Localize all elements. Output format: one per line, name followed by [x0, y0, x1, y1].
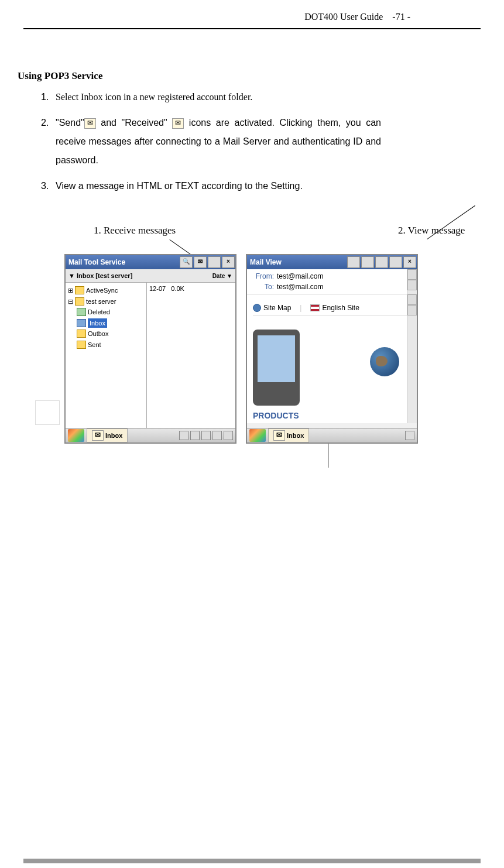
tray-icon[interactable]: [190, 431, 200, 440]
start-button[interactable]: [68, 429, 84, 442]
list-item: 2. "Send" and "Received" icons are activ…: [41, 114, 481, 170]
callout-label-1: 1. Receive messages: [94, 225, 176, 236]
search-icon[interactable]: 🔍: [180, 256, 193, 268]
system-tray[interactable]: [179, 431, 235, 440]
toolbar-icon[interactable]: [375, 256, 388, 268]
mail-body: Site Map | English Site PRODUCTS: [247, 294, 417, 423]
section-title: Using POP3 Service: [18, 70, 481, 82]
tree-item-inbox[interactable]: Inbox: [68, 318, 144, 329]
scrollbar[interactable]: [407, 269, 417, 294]
tray-icon[interactable]: [201, 431, 211, 440]
taskbar-inbox[interactable]: Inbox: [87, 428, 128, 442]
list-item: 1. Select Inbox icon in a new registered…: [41, 88, 481, 107]
callout-line-3: [328, 441, 329, 468]
start-button[interactable]: [249, 429, 266, 442]
mail-icon: [273, 430, 285, 441]
from-value: test@mail.com: [277, 272, 324, 280]
tree-item-activesync[interactable]: ⊞ ActiveSync: [68, 285, 144, 296]
figures-area: 1. Receive messages 2. View message Mail…: [23, 225, 481, 471]
mail-icon: [92, 430, 104, 441]
tree-item-testserver[interactable]: ⊟ test server: [68, 296, 144, 307]
taskbar: Inbox: [247, 428, 417, 442]
tray-icon[interactable]: [405, 431, 414, 440]
folder-bar[interactable]: ▼ Inbox [test server] Date ▼: [66, 269, 235, 283]
tray-icon[interactable]: [179, 431, 188, 440]
close-icon[interactable]: ×: [403, 256, 416, 268]
tray-icon[interactable]: [212, 431, 222, 440]
sitemap-link[interactable]: Site Map: [253, 304, 291, 312]
header-rule: [23, 28, 481, 29]
screenshot-mail-tool: Mail Tool Service 🔍 ✉ × ▼ Inbox [test se…: [64, 254, 236, 444]
list-item: 3. View a message in HTML or TEXT accord…: [41, 177, 481, 195]
page-header: DOT400 User Guide -71 -: [23, 12, 481, 28]
tray-icon[interactable]: [224, 431, 233, 440]
send-mail-icon: [84, 118, 96, 129]
mail-header: From: test@mail.com To: test@mail.com: [247, 269, 417, 294]
page-number: -71 -: [392, 12, 410, 22]
site-nav: Site Map | English Site: [253, 300, 411, 316]
instruction-list: 1. Select Inbox icon in a new registered…: [41, 88, 481, 195]
toolbar-icon[interactable]: [347, 256, 360, 268]
close-icon[interactable]: ×: [222, 256, 235, 268]
flag-icon: [310, 304, 320, 311]
system-tray[interactable]: [405, 431, 417, 440]
tree-item-sent[interactable]: Sent: [68, 339, 144, 351]
from-label: From:: [251, 272, 274, 280]
products-heading: PRODUCTS: [253, 411, 299, 420]
globe-image: [370, 347, 399, 376]
pda-image: [253, 330, 300, 406]
titlebar: Mail View ×: [247, 255, 417, 269]
message-list[interactable]: 12-07 0.0K: [147, 283, 235, 429]
small-thumbnail: [35, 400, 60, 425]
tree-item-deleted[interactable]: Deleted: [68, 307, 144, 318]
receive-mail-icon: [172, 118, 184, 129]
scrollbar[interactable]: [407, 294, 417, 423]
titlebar: Mail Tool Service 🔍 ✉ ×: [66, 255, 235, 269]
taskbar: Inbox: [66, 428, 235, 442]
to-label: To:: [251, 283, 274, 291]
receive-icon[interactable]: [208, 256, 221, 268]
taskbar-inbox[interactable]: Inbox: [268, 428, 309, 442]
toolbar-icon[interactable]: [389, 256, 402, 268]
toolbar-icon[interactable]: [361, 256, 374, 268]
tree-item-outbox[interactable]: Outbox: [68, 328, 144, 339]
english-link[interactable]: English Site: [310, 304, 359, 312]
doc-title: DOT400 User Guide: [304, 12, 383, 22]
folder-tree: ⊞ ActiveSync ⊟ test server Deleted Inbox…: [66, 283, 147, 429]
mail-icon[interactable]: ✉: [194, 256, 207, 268]
globe-icon: [253, 304, 261, 312]
to-value: test@mail.com: [277, 283, 324, 291]
screenshot-mail-view: Mail View × From: test@mail.com To: test…: [246, 254, 418, 444]
